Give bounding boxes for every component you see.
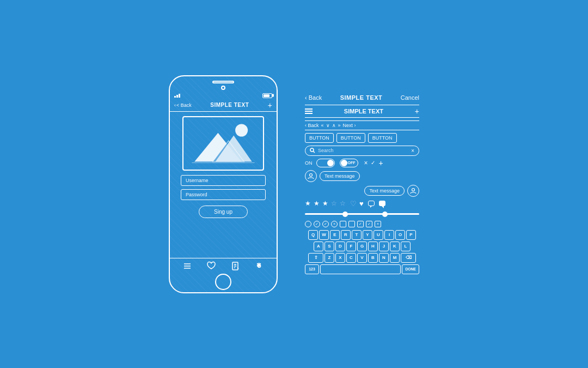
key-backspace[interactable]: ⌫ (401, 253, 416, 263)
key-K[interactable]: K (390, 242, 400, 251)
key-G[interactable]: G (357, 242, 367, 251)
key-P[interactable]: P (406, 230, 416, 240)
password-field[interactable]: Password (181, 189, 266, 200)
slider-track (305, 213, 419, 215)
key-X[interactable]: X (335, 253, 345, 263)
star-filled-1[interactable]: ★ (305, 200, 311, 207)
radio-empty[interactable] (305, 221, 311, 227)
top-back-button[interactable]: ‹ Back (305, 94, 322, 101)
on-label: ON (305, 160, 313, 166)
key-Z[interactable]: Z (324, 253, 334, 263)
checkbox-x[interactable]: × (375, 221, 381, 227)
checkbox-check-2[interactable]: ✓ (366, 221, 372, 227)
nav-back-btn[interactable]: ‹ Back (305, 123, 319, 128)
button-2[interactable]: BUTTON (336, 133, 365, 143)
key-J[interactable]: J (379, 242, 389, 251)
back-chevron: ‹ (174, 102, 176, 108)
hamburger-icon[interactable] (305, 108, 313, 114)
nav-down[interactable]: ∨ (326, 123, 330, 128)
star-empty-1[interactable]: ☆ (331, 200, 337, 207)
mountain-illustration (183, 117, 263, 170)
key-V[interactable]: V (357, 253, 367, 263)
key-U[interactable]: U (373, 230, 383, 240)
nav-double-left[interactable]: « (321, 123, 324, 128)
top-cancel-button[interactable]: Cancel (401, 94, 419, 101)
key-W[interactable]: W (319, 230, 329, 240)
key-M[interactable]: M (390, 253, 400, 263)
phone-camera (221, 86, 225, 90)
key-B[interactable]: B (368, 253, 378, 263)
checkbox-empty-2[interactable] (348, 221, 355, 227)
phone-home-button[interactable] (215, 274, 231, 290)
toggle-off[interactable]: OFF (340, 159, 358, 167)
key-N[interactable]: N (379, 253, 389, 263)
button-3[interactable]: BUTTON (368, 133, 397, 143)
radio-check[interactable]: ✓ (314, 221, 320, 227)
phone-form: Username Password Sing up (170, 175, 277, 220)
tab-note[interactable] (230, 261, 240, 273)
menu-plus-button[interactable]: + (415, 107, 419, 116)
nav-next-btn[interactable]: Next › (343, 123, 356, 128)
keyboard-row-2: A S D F G H J K L (305, 242, 419, 251)
key-T[interactable]: T (352, 230, 362, 240)
radio-x[interactable]: × (331, 221, 338, 227)
battery-icon (262, 93, 272, 98)
key-done[interactable]: DONE (402, 264, 419, 274)
keyboard-row-4: 123 DONE (305, 264, 419, 274)
checkbox-checked[interactable]: ✓ (357, 221, 364, 227)
key-I[interactable]: I (384, 230, 394, 240)
heart-outline: ♡ (350, 200, 357, 208)
username-field[interactable]: Username (181, 175, 266, 186)
svg-point-15 (310, 148, 314, 152)
key-A[interactable]: A (314, 242, 323, 251)
key-F[interactable]: F (346, 242, 356, 251)
button-1[interactable]: BUTTON (305, 133, 334, 143)
key-C[interactable]: C (346, 253, 356, 263)
nav-double-right[interactable]: » (338, 123, 341, 128)
top-nav-bar: ‹ Back SIMPLE TEXT Cancel (305, 94, 419, 101)
search-bar[interactable]: × (305, 146, 419, 156)
signal-bars (174, 94, 180, 98)
checkbox-empty[interactable] (340, 221, 346, 227)
phone-plus-button[interactable]: + (268, 101, 272, 110)
phone-back-button[interactable]: ‹ < Back (174, 102, 192, 108)
user-icon-left (308, 173, 314, 179)
check-icon: ✓ (371, 160, 375, 166)
slider-thumb-1[interactable] (342, 212, 348, 217)
key-L[interactable]: L (401, 242, 411, 251)
key-space[interactable] (320, 264, 401, 274)
keyboard: Q W E R T Y U I O P A S D F G H J K L (305, 230, 419, 274)
tab-heart[interactable] (206, 261, 216, 273)
key-Q[interactable]: Q (308, 230, 318, 240)
signup-button[interactable]: Sing up (199, 206, 248, 218)
radio-check-2[interactable]: ✓ (322, 221, 329, 227)
star-filled-3[interactable]: ★ (322, 200, 328, 207)
chat-left: Text message (305, 170, 419, 182)
stars-icons-row: ★ ★ ★ ☆ ☆ ♡ ♥ (305, 200, 419, 208)
key-num[interactable]: 123 (305, 264, 319, 274)
star-empty-2[interactable]: ☆ (340, 200, 346, 207)
key-S[interactable]: S (324, 242, 334, 251)
tab-menu[interactable] (182, 261, 192, 273)
key-R[interactable]: R (341, 230, 351, 240)
slider-thumb-2[interactable] (382, 212, 388, 217)
nav-up[interactable]: ∧ (332, 123, 336, 128)
tab-gear[interactable] (254, 261, 264, 273)
chat-bubble-left: Text message (320, 171, 360, 181)
key-Y[interactable]: Y (363, 230, 372, 240)
key-H[interactable]: H (368, 242, 378, 251)
slider[interactable] (305, 210, 419, 218)
toggle-on[interactable] (316, 159, 335, 167)
search-clear-icon[interactable]: × (411, 148, 414, 154)
key-D[interactable]: D (335, 242, 345, 251)
avatar-right (407, 185, 419, 197)
star-filled-2[interactable]: ★ (314, 200, 320, 207)
heart-filled: ♥ (359, 200, 364, 208)
svg-point-0 (235, 124, 248, 136)
search-input[interactable] (318, 148, 408, 153)
avatar-left (305, 170, 317, 182)
key-shift[interactable]: ⇧ (308, 253, 323, 263)
top-title: SIMPLE TEXT (340, 94, 383, 101)
key-O[interactable]: O (395, 230, 405, 240)
key-E[interactable]: E (330, 230, 340, 240)
